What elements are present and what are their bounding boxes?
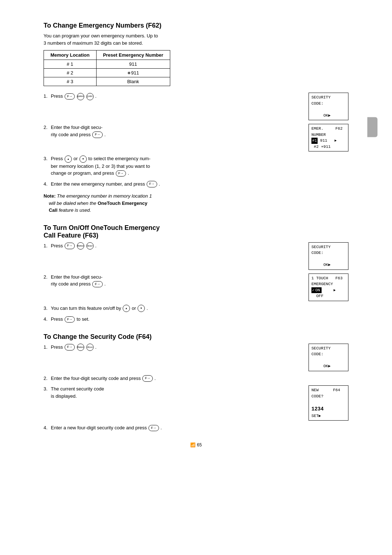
sc-step4-text: Enter a new four-digit security code and… bbox=[51, 425, 148, 430]
emergency-numbers-title: To Change Emergency Numbers (F62) bbox=[44, 22, 348, 29]
ot-step-1: 1. Press F→ 6MNO 3DEF . SECURITY CODE: O… bbox=[44, 242, 348, 270]
sc-step-number-3: 3. bbox=[44, 385, 51, 393]
fn-button-3: F→ bbox=[116, 170, 126, 177]
ot-step-4: 4. Press F→ to set. bbox=[44, 316, 348, 323]
step4-period: . bbox=[159, 181, 160, 187]
memory-loc-1: # 1 bbox=[44, 60, 97, 69]
col-header-memory: Memory Location bbox=[44, 50, 97, 60]
note-step: Note: The emergency number in memory loc… bbox=[44, 191, 348, 214]
display-box-2: EMER. F62 NUMBER #1 911 ► #2 ∗911 bbox=[309, 124, 348, 151]
ot-6mno-button: 6MNO bbox=[77, 242, 84, 250]
sc-step-4: 4. Enter a new four-digit security code … bbox=[44, 424, 348, 432]
ot-display-box-1: SECURITY CODE: OK▶ bbox=[309, 242, 348, 270]
sc-step-number-4: 4. bbox=[44, 424, 51, 432]
sc-fn-button-4: F→ bbox=[148, 425, 159, 432]
table-row: # 1 911 bbox=[44, 60, 170, 69]
security-code-title: To Change the Security Code (F64) bbox=[44, 333, 348, 341]
sc-step-content-3: The current security codeis displayed. N… bbox=[51, 385, 348, 421]
step4-text: Enter the new emergency number, and pres… bbox=[51, 181, 146, 187]
step-content-3: Press ▴ or ▾ to select the emergency num… bbox=[51, 155, 348, 177]
security-code-section: To Change the Security Code (F64) 1. Pre… bbox=[44, 333, 348, 432]
ot-step-content-4: Press F→ to set. bbox=[51, 316, 348, 323]
tab-indicator bbox=[367, 117, 377, 137]
sc-step-number-2: 2. bbox=[44, 375, 51, 382]
step-number-3: 3. bbox=[44, 155, 51, 162]
ot-step-number-3: 3. bbox=[44, 305, 51, 312]
step-2: 2. Enter the four-digit secu-rity code a… bbox=[44, 124, 348, 151]
sc-step-2: 2. Enter the four-digit security code an… bbox=[44, 375, 348, 382]
ot-step1-period: . bbox=[95, 243, 97, 248]
sc-step-3: 3. The current security codeis displayed… bbox=[44, 385, 348, 421]
down-button: ▾ bbox=[79, 155, 87, 163]
preset-num-3: Blank bbox=[96, 77, 170, 86]
sc-step3-text: The current security codeis displayed. bbox=[51, 386, 104, 399]
sc-step-content-2: Enter the four-digit security code and p… bbox=[51, 375, 348, 382]
sc-fn-button-1: F→ bbox=[65, 344, 75, 351]
ot-3def-button: 3DEF bbox=[86, 242, 94, 250]
sc-display-box-3: NEW F64 CODE? 1234 SET▶ bbox=[309, 385, 348, 421]
memory-loc-2: # 2 bbox=[44, 69, 97, 77]
ot-step-number-2: 2. bbox=[44, 274, 51, 281]
step-content-4: Enter the new emergency number, and pres… bbox=[51, 181, 348, 188]
step2-period: . bbox=[105, 132, 106, 137]
display-box-1: SECURITY CODE: OK▶ bbox=[309, 93, 348, 120]
ot-step-2: 2. Enter the four-digit secu-rity code a… bbox=[44, 274, 348, 301]
sc-4ghi-button: 4GHI bbox=[86, 344, 94, 351]
step1-period: . bbox=[95, 93, 97, 99]
ot-step-number-4: 4. bbox=[44, 316, 51, 323]
sc-6mno-button: 6MNO bbox=[77, 344, 84, 351]
preset-table: Memory Location Preset Emergency Number … bbox=[44, 50, 170, 86]
sc-step1-text: Press bbox=[51, 344, 64, 350]
ot-step4-text: Press bbox=[51, 316, 64, 322]
step-3: 3. Press ▴ or ▾ to select the emergency … bbox=[44, 155, 348, 177]
step-4: 4. Enter the new emergency number, and p… bbox=[44, 181, 348, 188]
page-number-text: 📶 65 bbox=[190, 442, 202, 447]
col-header-preset: Preset Emergency Number bbox=[96, 50, 170, 60]
sc-step-content-1: Press F→ 6MNO 4GHI . SECURITY CODE: OK▶ bbox=[51, 344, 348, 371]
table-row: # 3 Blank bbox=[44, 77, 170, 86]
sc-step2-period: . bbox=[155, 376, 156, 381]
ot-display-box-2: 1 TOUCH F63 EMERGENCY ✓ON ► OFF bbox=[309, 274, 348, 301]
memory-loc-3: # 3 bbox=[44, 77, 97, 86]
ot-step3-or: or bbox=[132, 305, 137, 311]
step-number-2: 2. bbox=[44, 124, 51, 131]
ot-down-button: ▾ bbox=[138, 305, 145, 312]
emergency-numbers-intro: You can program your own emergency numbe… bbox=[44, 32, 348, 46]
ot-step-content-3: You can turn this feature on/off by ▴ or… bbox=[51, 305, 348, 312]
ot-step-content-2: Enter the four-digit secu-rity code and … bbox=[51, 274, 348, 301]
step-number-1: 1. bbox=[44, 93, 51, 100]
step1-text: Press bbox=[51, 93, 64, 99]
step3-or: or bbox=[73, 156, 79, 161]
step-number-4: 4. bbox=[44, 181, 51, 188]
ot-fn-button-1: F→ bbox=[65, 243, 75, 249]
6mno-button: 6MNO bbox=[77, 93, 84, 100]
fn-button-4: F→ bbox=[147, 181, 157, 187]
ot-step4-text2: to set. bbox=[77, 316, 89, 322]
sc-step2-text: Enter the four-digit security code and p… bbox=[51, 376, 142, 381]
ot-step3-period: . bbox=[147, 305, 148, 311]
step3-text-a: Press bbox=[51, 156, 64, 161]
up-button: ▴ bbox=[65, 155, 72, 163]
ot-step1-text: Press bbox=[51, 243, 64, 248]
onetouch-section: To Turn On/Off OneTouch EmergencyCall Fe… bbox=[44, 224, 348, 323]
step-1: 1. Press F→ 6MNO 2ABC . SECURITY CODE: O… bbox=[44, 93, 348, 120]
ot-step2-period: . bbox=[105, 281, 106, 287]
note-content: Note: The emergency number in memory loc… bbox=[44, 193, 348, 214]
step3-period: . bbox=[128, 170, 129, 176]
sc-display-box-1: SECURITY CODE: OK▶ bbox=[309, 344, 348, 371]
ot-step-3: 3. You can turn this feature on/off by ▴… bbox=[44, 305, 348, 312]
sc-step-content-4: Enter a new four-digit security code and… bbox=[51, 424, 348, 432]
sc-step-number-1: 1. bbox=[44, 344, 51, 351]
page-number: 📶 65 bbox=[44, 442, 348, 447]
step-content-2: Enter the four-digit secu-rity code and … bbox=[51, 124, 348, 151]
ot-fn-button-4: F→ bbox=[65, 316, 75, 323]
table-row: # 2 ∗911 bbox=[44, 69, 170, 77]
sc-step-1: 1. Press F→ 6MNO 4GHI . SECURITY CODE: O… bbox=[44, 344, 348, 371]
sc-step4-period: . bbox=[160, 425, 162, 430]
ot-fn-button-2: F→ bbox=[92, 281, 103, 288]
sc-step1-period: . bbox=[95, 344, 97, 350]
fn-button: F→ bbox=[65, 93, 75, 100]
fn-button-2: F→ bbox=[92, 131, 103, 138]
step-content-1: Press F→ 6MNO 2ABC . SECURITY CODE: OK▶ bbox=[51, 93, 348, 120]
emergency-numbers-section: To Change Emergency Numbers (F62) You ca… bbox=[44, 22, 348, 214]
